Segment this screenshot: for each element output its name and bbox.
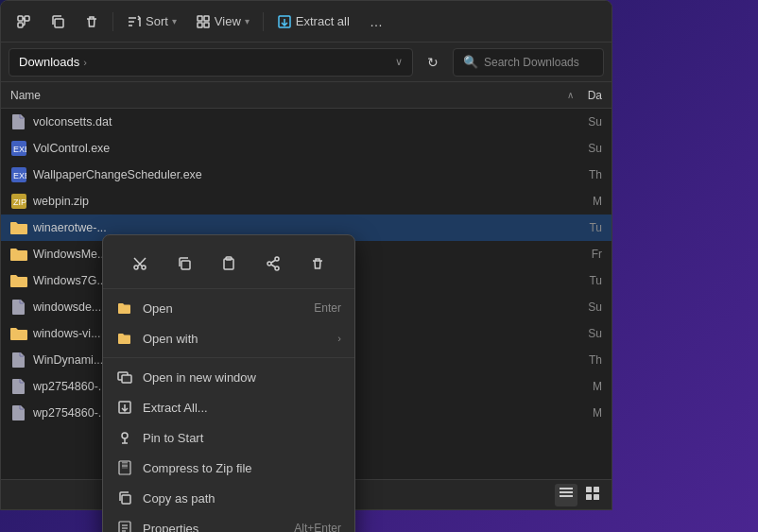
pin-to-start-icon: [116, 429, 133, 446]
list-view-button[interactable]: [555, 484, 577, 506]
open-with-arrow-icon: ›: [337, 333, 341, 344]
open-shortcut: Enter: [314, 301, 341, 315]
svg-rect-14: [204, 23, 209, 27]
file-icon: [10, 113, 27, 130]
file-icon: EXE: [10, 166, 27, 183]
view-chevron-icon: ▾: [245, 16, 250, 26]
file-date: Fr: [574, 248, 602, 261]
toolbar: Sort ▾ View ▾ Extr: [1, 1, 612, 43]
svg-rect-52: [122, 495, 130, 504]
file-name: webpin.zip: [33, 195, 568, 208]
context-menu-icon-row: [103, 239, 354, 289]
column-name-header[interactable]: Name: [10, 89, 563, 102]
properties-label: Properties: [143, 522, 284, 533]
file-icon: [10, 378, 27, 395]
breadcrumb: Downloads: [19, 55, 79, 69]
copy-as-path-label: Copy as path: [143, 491, 341, 506]
open-with-label: Open with: [143, 332, 328, 346]
file-date: Su: [574, 115, 602, 129]
svg-rect-0: [18, 16, 23, 21]
view-button[interactable]: View ▾: [188, 9, 257, 34]
share-button[interactable]: [9, 9, 39, 34]
svg-line-40: [271, 265, 275, 267]
search-placeholder: Search Downloads: [484, 56, 579, 69]
more-options-button[interactable]: …: [361, 9, 391, 34]
file-date: M: [574, 406, 602, 420]
context-menu-items: Open Enter Open with › Open in new windo…: [103, 293, 354, 532]
svg-point-29: [134, 266, 138, 269]
svg-rect-23: [560, 491, 573, 493]
file-icon: [10, 272, 27, 289]
file-icon: EXE: [10, 140, 27, 157]
context-extract-all-item[interactable]: Extract All...: [103, 392, 354, 422]
svg-point-36: [275, 257, 279, 261]
breadcrumb-chevron-icon: ›: [83, 57, 87, 68]
file-icon: ZIP: [10, 193, 27, 210]
sort-button[interactable]: Sort ▾: [119, 9, 184, 34]
refresh-button[interactable]: ↻: [419, 48, 447, 77]
file-item[interactable]: EXE VolControl.exe Su: [1, 135, 612, 162]
svg-rect-51: [122, 467, 128, 469]
file-item[interactable]: EXE WallpaperChangeScheduler.exe Th: [1, 162, 612, 188]
column-headers: Name ∧ Da: [1, 82, 612, 109]
svg-text:ZIP: ZIP: [13, 197, 26, 207]
svg-rect-28: [594, 494, 599, 500]
svg-rect-27: [586, 494, 592, 500]
more-icon: …: [369, 14, 384, 29]
svg-rect-24: [560, 495, 573, 497]
grid-view-icon: [586, 487, 599, 503]
file-icon: [10, 352, 27, 369]
context-pin-to-start-item[interactable]: Pin to Start: [103, 422, 354, 453]
svg-rect-12: [204, 16, 209, 21]
file-icon: [10, 404, 27, 421]
file-name: winaerotwe-...: [33, 221, 568, 234]
context-share-button[interactable]: [256, 247, 290, 281]
extract-icon: [277, 14, 292, 29]
open-new-window-icon: [116, 369, 133, 386]
context-copy-as-path-item[interactable]: Copy as path: [103, 483, 354, 513]
separator-2: [263, 12, 264, 31]
column-date-header[interactable]: Da: [574, 89, 602, 102]
svg-point-38: [275, 266, 279, 270]
svg-line-39: [271, 261, 275, 264]
properties-shortcut: Alt+Enter: [294, 522, 341, 532]
delete-button[interactable]: [77, 9, 107, 34]
file-item[interactable]: ZIP webpin.zip M: [1, 188, 612, 215]
file-icon: [10, 219, 27, 236]
context-open-with-item[interactable]: Open with ›: [103, 323, 354, 353]
file-icon: [10, 246, 27, 263]
grid-view-button[interactable]: [581, 484, 604, 506]
svg-rect-2: [18, 23, 23, 27]
context-cut-button[interactable]: [123, 247, 157, 281]
file-date: Th: [574, 353, 602, 367]
extract-all-button[interactable]: Extract all: [269, 9, 357, 34]
context-delete-button[interactable]: [301, 247, 335, 281]
file-date: Tu: [574, 274, 602, 287]
extract-all-label: Extract All...: [143, 401, 341, 415]
context-compress-zip-item[interactable]: Compress to Zip file: [103, 453, 354, 483]
context-copy-button[interactable]: [167, 247, 201, 281]
search-icon: 🔍: [463, 55, 478, 69]
svg-point-30: [142, 266, 146, 269]
refresh-icon: ↻: [427, 55, 439, 70]
context-paste-button[interactable]: [212, 247, 246, 281]
copy-button[interactable]: [43, 9, 73, 34]
breadcrumb-area[interactable]: Downloads › ∨: [9, 48, 413, 77]
search-box[interactable]: 🔍 Search Downloads: [453, 48, 604, 77]
copy-icon: [50, 14, 65, 29]
file-item[interactable]: volconsetts.dat Su: [1, 109, 612, 135]
list-view-icon: [560, 487, 573, 503]
context-open-new-window-item[interactable]: Open in new window: [103, 362, 354, 392]
file-date: Tu: [574, 221, 602, 234]
compress-zip-icon: [116, 459, 133, 476]
file-name: volconsetts.dat: [33, 115, 568, 129]
breadcrumb-dropdown-icon: ∨: [395, 56, 403, 68]
trash-icon: [84, 14, 99, 29]
open-with-icon: [116, 330, 133, 347]
extract-all-icon: [116, 399, 133, 416]
context-open-item[interactable]: Open Enter: [103, 293, 354, 323]
svg-rect-50: [122, 465, 128, 467]
context-properties-item[interactable]: Properties Alt+Enter: [103, 513, 354, 532]
column-sort-icon: ∧: [567, 90, 574, 100]
svg-rect-6: [55, 19, 63, 27]
